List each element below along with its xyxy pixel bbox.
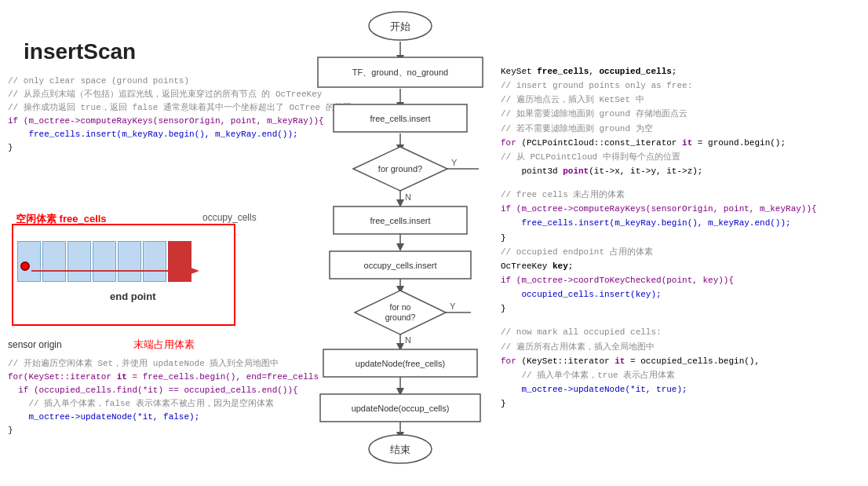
flowchart: Y N Y N 开始 TF、ground、no_ground free_cell… <box>306 4 494 483</box>
code-right: KeySet free_cells, occupied_cells; // in… <box>501 64 862 411</box>
diagram-label-occupy: occupy_cells <box>202 212 257 223</box>
svg-text:free_cells.insert: free_cells.insert <box>370 114 430 123</box>
svg-text:N: N <box>405 335 411 345</box>
svg-text:开始: 开始 <box>390 20 410 32</box>
sensor-dot <box>20 261 30 271</box>
svg-text:occupy_cells.insert: occupy_cells.insert <box>364 261 437 270</box>
diagram-label-free: 空闲体素 free_cells <box>16 212 107 226</box>
page-title: insertScan <box>24 39 136 64</box>
diagram-arrow <box>24 255 212 287</box>
svg-text:free_cells.insert: free_cells.insert <box>370 216 430 225</box>
svg-text:N: N <box>405 192 411 202</box>
svg-text:Y: Y <box>450 301 456 311</box>
svg-text:for no: for no <box>390 302 411 312</box>
code-left-top: // only clear space (ground points) // 从… <box>8 75 352 155</box>
svg-text:updateNode(occup_cells): updateNode(occup_cells) <box>352 404 450 413</box>
end-point-label: end point <box>110 291 156 302</box>
svg-text:结束: 结束 <box>390 444 410 455</box>
diagram-container: 空闲体素 free_cells occupy_cells end point <box>8 208 251 334</box>
svg-text:ground?: ground? <box>385 312 416 322</box>
svg-text:Y: Y <box>451 158 458 167</box>
svg-text:for ground?: for ground? <box>378 164 422 174</box>
sensor-origin-label: sensor origin <box>8 339 62 350</box>
svg-text:updateNode(free_cells): updateNode(free_cells) <box>356 359 445 368</box>
svg-text:TF、ground、no_ground: TF、ground、no_ground <box>352 68 448 77</box>
svg-marker-14 <box>396 243 404 251</box>
code-left-bottom: // 开始遍历空闲体素 Set，并使用 updateNode 插入到全局地图中 … <box>8 357 319 437</box>
end-cell-label-cn: 末端占用体素 <box>133 338 195 352</box>
